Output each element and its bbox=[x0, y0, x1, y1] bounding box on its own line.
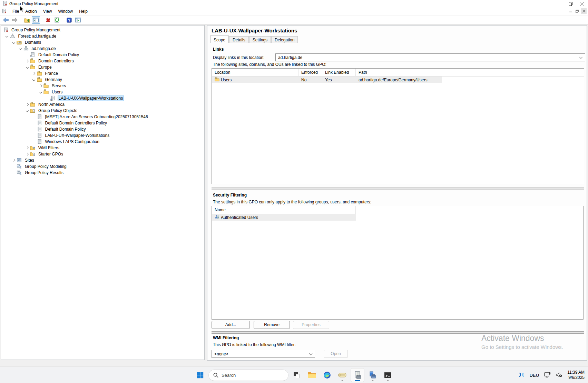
menu-window[interactable]: Window bbox=[55, 8, 76, 15]
edge-browser-icon[interactable] bbox=[320, 368, 334, 382]
chevron-expanded-icon[interactable] bbox=[38, 89, 43, 95]
section-splitter[interactable] bbox=[212, 188, 584, 190]
column-header[interactable]: Location bbox=[212, 69, 298, 76]
minimize-button[interactable] bbox=[553, 0, 565, 8]
menu-action[interactable]: Action bbox=[22, 8, 40, 15]
tree-item[interactable]: Domain Controllers bbox=[1, 58, 204, 64]
tree-item[interactable]: North America bbox=[1, 101, 204, 108]
chevron-expanded-icon[interactable] bbox=[24, 64, 30, 70]
chevron-collapsed-icon[interactable] bbox=[31, 70, 37, 77]
tree-item-label: LAB-U-UX-Wallpaper-Workstations bbox=[58, 95, 124, 101]
show-console-tree-button[interactable] bbox=[32, 16, 40, 24]
tray-app-icon[interactable] bbox=[518, 372, 525, 379]
up-one-level-button[interactable] bbox=[23, 16, 31, 24]
chevron-expanded-icon[interactable] bbox=[11, 39, 17, 46]
tree-item[interactable]: Sites bbox=[1, 157, 204, 163]
remove-button[interactable]: Remove bbox=[254, 321, 290, 329]
tree-item[interactable]: Group Policy Modeling bbox=[1, 163, 204, 170]
terminal-app-icon[interactable] bbox=[381, 368, 395, 382]
section-splitter[interactable] bbox=[212, 331, 584, 334]
tree-item[interactable]: Windows LAPS Configuration bbox=[1, 139, 204, 145]
security-filtering-list[interactable]: Name Authenticated Users bbox=[212, 206, 584, 320]
tab-details[interactable]: Details bbox=[229, 36, 249, 43]
refresh-button[interactable] bbox=[53, 16, 61, 24]
child-minimize-button[interactable] bbox=[568, 8, 574, 14]
tree-item[interactable]: ad.hartiga.de bbox=[1, 46, 204, 52]
add-button[interactable]: Add... bbox=[212, 321, 250, 329]
pen-display-icon[interactable] bbox=[544, 372, 551, 379]
tree-item[interactable]: France bbox=[1, 70, 204, 77]
chevron-expanded-icon[interactable] bbox=[24, 108, 30, 114]
chevron-placeholder bbox=[11, 163, 17, 170]
taskbar-clock[interactable]: 11:39 AM 9/6/2025 bbox=[567, 370, 585, 380]
tree-item[interactable]: Forest: ad.hartiga.de bbox=[1, 33, 204, 39]
display-location-combobox[interactable]: ad.hartiga.de bbox=[275, 53, 585, 61]
tree-item[interactable]: Servers bbox=[1, 83, 204, 89]
tree-item[interactable]: WMI Filters bbox=[1, 145, 204, 151]
back-button[interactable] bbox=[2, 16, 10, 24]
tab-scope[interactable]: Scope bbox=[210, 36, 229, 43]
open-button[interactable]: Open bbox=[324, 350, 348, 358]
chevron-collapsed-icon[interactable] bbox=[11, 157, 17, 163]
tree-item[interactable]: Europe bbox=[1, 64, 204, 70]
column-header[interactable]: Name bbox=[212, 206, 356, 214]
forward-button[interactable] bbox=[11, 16, 19, 24]
help-button[interactable]: ? bbox=[65, 16, 73, 24]
chevron-placeholder bbox=[24, 52, 30, 58]
menu-help[interactable]: Help bbox=[76, 8, 91, 15]
chevron-collapsed-icon[interactable] bbox=[38, 83, 43, 89]
toolbox-app-icon[interactable] bbox=[366, 368, 380, 382]
column-header[interactable]: Enforced bbox=[298, 69, 322, 76]
chevron-collapsed-icon[interactable] bbox=[24, 145, 30, 151]
security-filtering-caption: The settings in this GPO can only apply … bbox=[213, 200, 371, 204]
child-restore-button[interactable] bbox=[574, 8, 580, 14]
start-button[interactable] bbox=[193, 368, 207, 382]
tree-item-label: Default Domain Policy bbox=[37, 52, 80, 58]
tree-item[interactable]: Starter GPOs bbox=[1, 151, 204, 157]
new-window-button[interactable] bbox=[74, 16, 82, 24]
tree-item[interactable]: Default Domain Policy bbox=[1, 126, 204, 132]
properties-button[interactable]: Properties bbox=[293, 321, 329, 329]
column-header[interactable]: Path bbox=[356, 69, 442, 76]
taskbar-search-input[interactable]: Search bbox=[208, 370, 288, 381]
tree-item[interactable]: Users bbox=[1, 89, 204, 95]
file-explorer-icon[interactable] bbox=[305, 368, 319, 382]
chevron-collapsed-icon[interactable] bbox=[24, 101, 30, 108]
clock-date: 9/6/2025 bbox=[567, 375, 585, 380]
tree-item[interactable]: [MSFT] Azure Arc Servers Onboarding20250… bbox=[1, 114, 204, 120]
chevron-collapsed-icon[interactable] bbox=[24, 151, 30, 157]
child-close-button[interactable] bbox=[581, 8, 587, 14]
chevron-expanded-icon[interactable] bbox=[4, 33, 10, 39]
delete-button[interactable] bbox=[44, 16, 52, 24]
tree-item[interactable]: Group Policy Management bbox=[1, 27, 204, 33]
column-header[interactable]: Link Enabled bbox=[322, 69, 356, 76]
tree-item[interactable]: Group Policy Results bbox=[1, 170, 204, 176]
tab-delegation[interactable]: Delegation bbox=[271, 36, 298, 43]
chevron-expanded-icon[interactable] bbox=[18, 46, 23, 52]
gpmc-taskbar-icon[interactable] bbox=[351, 368, 364, 382]
tree-item[interactable]: Domains bbox=[1, 39, 204, 46]
tab-settings[interactable]: Settings bbox=[249, 36, 271, 43]
tree-item-label: France bbox=[44, 71, 59, 76]
close-button[interactable] bbox=[576, 0, 588, 8]
restore-button[interactable] bbox=[565, 0, 576, 8]
tree-item[interactable]: LAB-U-UX-Wallpaper-Workstations bbox=[1, 132, 204, 139]
task-view-button[interactable] bbox=[290, 368, 304, 382]
tree-item[interactable]: LAB-U-UX-Wallpaper-Workstations bbox=[1, 95, 204, 101]
menu-view[interactable]: View bbox=[40, 8, 55, 15]
wmi-filter-combobox[interactable]: <none> bbox=[212, 350, 315, 358]
chevron-collapsed-icon[interactable] bbox=[24, 58, 30, 64]
tree-item[interactable]: Group Policy Objects bbox=[1, 108, 204, 114]
security-table-row[interactable]: Authenticated Users bbox=[212, 214, 356, 221]
tree-item[interactable]: Default Domain Controllers Policy bbox=[1, 120, 204, 126]
gpo-result-pane: LAB-U-UX-Wallpaper-Workstations Scope De… bbox=[207, 25, 587, 361]
language-indicator[interactable]: DEU bbox=[530, 373, 539, 378]
tree-item[interactable]: Default Domain Policy bbox=[1, 52, 204, 58]
tree-item[interactable]: Germany bbox=[1, 77, 204, 83]
tree-item-label: Starter GPOs bbox=[37, 151, 64, 157]
volume-muted-icon[interactable] bbox=[556, 372, 562, 379]
chevron-expanded-icon[interactable] bbox=[31, 77, 37, 83]
scroll-document-app-icon[interactable] bbox=[335, 368, 349, 382]
links-list[interactable]: LocationEnforcedLink EnabledPath UsersNo… bbox=[212, 68, 584, 184]
links-table-row[interactable]: UsersNoYesad.hartiga.de/Europe/Germany/U… bbox=[212, 77, 442, 83]
